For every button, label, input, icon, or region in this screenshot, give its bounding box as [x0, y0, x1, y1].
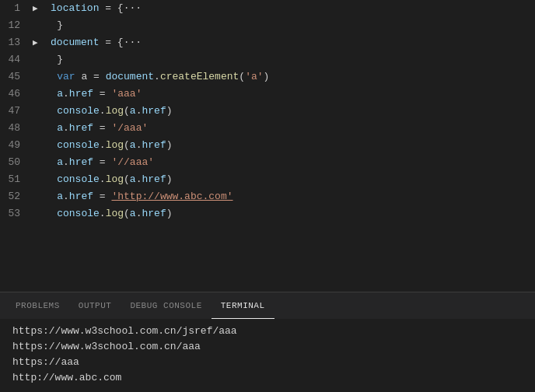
token: href: [69, 88, 93, 100]
token: }: [33, 19, 63, 31]
line-content: console.log(a.href): [33, 103, 535, 120]
code-line: 47 console.log(a.href): [0, 103, 535, 120]
line-number: 49: [0, 137, 33, 154]
code-line: 52 a.href = 'http://www.abc.com': [0, 188, 535, 205]
token: console: [57, 173, 100, 185]
code-line: 53 console.log(a.href): [0, 205, 535, 222]
token: =: [93, 122, 111, 134]
token: [44, 37, 51, 48]
line-number: 53: [0, 205, 33, 222]
token: 'aaa': [111, 88, 142, 100]
token: a: [57, 122, 63, 134]
line-number: 13: [0, 34, 33, 51]
token: href: [69, 191, 93, 202]
token: .: [100, 208, 106, 219]
token: console: [57, 208, 100, 219]
line-number: 52: [0, 188, 33, 205]
token: ): [166, 208, 173, 219]
token: = {···: [99, 2, 142, 14]
token: a: [57, 191, 63, 202]
code-line: 46 a.href = 'aaa': [0, 86, 535, 103]
token: .: [100, 105, 106, 117]
token: href: [69, 122, 93, 134]
token: [33, 173, 57, 185]
line-content: console.log(a.href): [33, 137, 535, 154]
line-number: 48: [0, 120, 33, 137]
token: =: [87, 71, 105, 82]
code-line: 1▶ location = {···: [0, 0, 535, 17]
token: a: [130, 139, 136, 151]
token: href: [142, 139, 166, 151]
collapse-arrow[interactable]: ▶: [33, 34, 43, 51]
token: 'http://www.abc.com': [111, 191, 233, 202]
line-content: ▶ location = {···: [33, 0, 535, 17]
token: (: [239, 71, 245, 82]
code-line: 51 console.log(a.href): [0, 171, 535, 188]
token: [33, 71, 57, 82]
token: href: [69, 156, 93, 168]
code-line: 12 }: [0, 17, 535, 34]
panel-tabs: PROBLEMSOUTPUTDEBUG CONSOLETERMINAL: [0, 292, 535, 319]
panel-tab-terminal[interactable]: TERMINAL: [212, 293, 274, 319]
token: '/aaa': [111, 122, 148, 134]
token: document: [51, 37, 99, 48]
code-line: 49 console.log(a.href): [0, 137, 535, 154]
collapse-arrow[interactable]: ▶: [33, 0, 43, 17]
token: (: [124, 173, 130, 185]
line-number: 12: [0, 17, 33, 34]
line-content: console.log(a.href): [33, 205, 535, 222]
line-content: a.href = '/aaa': [33, 120, 535, 137]
token: href: [142, 173, 166, 185]
token: (: [124, 105, 130, 117]
panel-tab-debug-console[interactable]: DEBUG CONSOLE: [121, 293, 211, 319]
token: (: [124, 139, 130, 151]
line-number: 47: [0, 103, 33, 120]
line-number: 50: [0, 154, 33, 171]
token: a: [57, 88, 63, 100]
token: [33, 122, 57, 134]
token: log: [106, 139, 124, 151]
panel-tab-output[interactable]: OUTPUT: [69, 293, 121, 319]
token: .: [63, 122, 69, 134]
token: (: [124, 208, 130, 219]
token: var: [57, 71, 75, 82]
token: }: [33, 54, 63, 65]
token: log: [106, 173, 124, 185]
token: [33, 191, 57, 202]
token: href: [142, 105, 166, 117]
token: a: [130, 173, 136, 185]
token: log: [106, 208, 124, 219]
token: location: [51, 2, 99, 14]
token: document: [106, 71, 154, 82]
token: a: [130, 208, 136, 219]
line-number: 46: [0, 86, 33, 103]
token: ): [166, 173, 173, 185]
token: .: [63, 88, 69, 100]
line-content: }: [33, 51, 535, 68]
token: .: [100, 139, 106, 151]
token: [33, 105, 57, 117]
code-line: 44 }: [0, 51, 535, 68]
token: .: [100, 173, 106, 185]
token: .: [63, 156, 69, 168]
line-number: 1: [0, 0, 33, 17]
line-content: ▶ document = {···: [33, 34, 535, 51]
line-content: console.log(a.href): [33, 171, 535, 188]
terminal-area: https://www.w3school.com.cn/jsref/aaahtt…: [0, 319, 535, 392]
panel-tab-problems[interactable]: PROBLEMS: [6, 293, 69, 319]
editor-area: 1▶ location = {···12 }13▶ document = {··…: [0, 0, 535, 292]
code-line: 45 var a = document.createElement('a'): [0, 68, 535, 86]
token: ): [166, 105, 173, 117]
terminal-line: https://www.w3school.com.cn/jsref/aaa: [12, 324, 523, 339]
token: createElement: [160, 71, 239, 82]
token: console: [57, 139, 100, 151]
line-content: var a = document.createElement('a'): [33, 68, 535, 86]
line-content: a.href = 'http://www.abc.com': [33, 188, 535, 205]
token: .: [63, 191, 69, 202]
token: [33, 88, 57, 100]
token: ): [264, 71, 270, 82]
token: href: [142, 208, 166, 219]
token: ): [166, 139, 173, 151]
token: '//aaa': [111, 156, 154, 168]
code-line: 48 a.href = '/aaa': [0, 120, 535, 137]
